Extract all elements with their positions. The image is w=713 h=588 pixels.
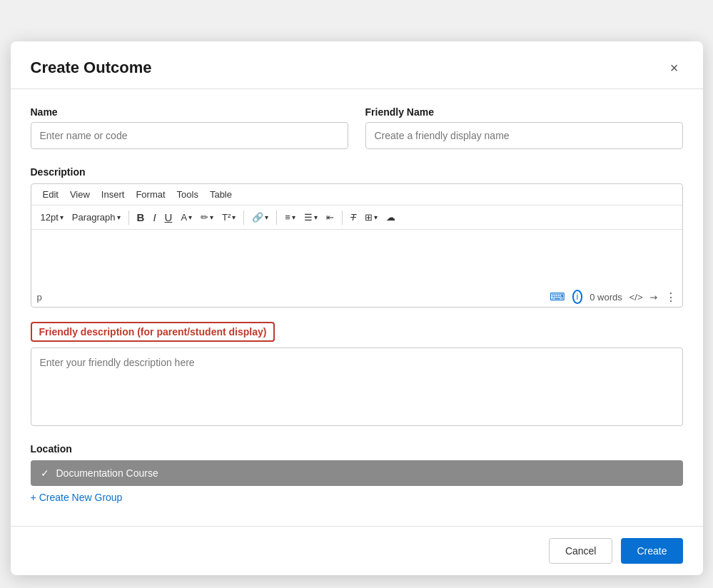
menu-tools[interactable]: Tools — [171, 187, 204, 202]
modal-title: Create Outcome — [31, 59, 152, 77]
align-icon: ≡ — [285, 212, 290, 223]
location-label: Location — [31, 443, 683, 455]
friendly-name-input[interactable] — [365, 122, 683, 149]
divider-2 — [243, 211, 244, 225]
create-new-group-button[interactable]: + Create New Group — [31, 492, 123, 503]
highlight-icon: ✏ — [201, 212, 208, 223]
create-outcome-modal: Create Outcome × Name Friendly Name Desc… — [11, 41, 703, 575]
cloud-icon: ☁ — [386, 212, 395, 223]
clear-format-icon: T — [350, 212, 356, 223]
divider-1 — [128, 211, 129, 225]
list-icon: ☰ — [304, 212, 313, 223]
outdent-btn[interactable]: ⇤ — [323, 210, 338, 225]
underline-btn[interactable]: U — [161, 209, 176, 225]
plus-icon: + — [31, 492, 36, 503]
friendly-description-input[interactable] — [31, 348, 683, 426]
text-color-icon: A — [181, 212, 187, 223]
friendly-description-section: Friendly description (for parent/student… — [31, 310, 683, 429]
statusbar-right: ⌨ i 0 words </> ↗ ⋮ — [550, 290, 677, 304]
list-btn[interactable]: ☰ ▾ — [300, 210, 321, 225]
location-selected-item[interactable]: ✓ Documentation Course — [31, 460, 683, 486]
name-input[interactable] — [31, 122, 348, 149]
keyboard-icon[interactable]: ⌨ — [550, 290, 565, 303]
more-options-icon[interactable]: ⋮ — [665, 290, 677, 304]
description-label: Description — [31, 166, 683, 178]
table-btn[interactable]: ⊞ ▾ — [361, 210, 381, 225]
word-count: 0 words — [590, 292, 622, 303]
description-editor[interactable] — [31, 230, 682, 287]
table-icon: ⊞ — [365, 212, 373, 223]
menu-view[interactable]: View — [64, 187, 96, 202]
bold-btn[interactable]: B — [133, 209, 148, 225]
clear-format-btn[interactable]: T — [347, 210, 360, 225]
highlight-btn[interactable]: ✏ ▾ — [197, 210, 217, 225]
font-size-label: 12pt — [41, 212, 59, 223]
name-label: Name — [31, 106, 348, 118]
description-section: Description Edit View Insert Format Tool… — [31, 166, 683, 308]
font-size-btn[interactable]: 12pt ▾ — [37, 210, 67, 225]
menu-edit[interactable]: Edit — [37, 187, 64, 202]
close-button[interactable]: × — [666, 59, 683, 76]
menu-format[interactable]: Format — [130, 187, 171, 202]
cloud-btn[interactable]: ☁ — [383, 210, 399, 225]
outdent-icon: ⇤ — [326, 212, 334, 223]
code-view-btn[interactable]: </> — [629, 292, 643, 303]
paragraph-label: Paragraph — [72, 212, 116, 223]
menu-table[interactable]: Table — [204, 187, 238, 202]
font-size-chevron: ▾ — [60, 213, 64, 221]
editor-menubar: Edit View Insert Format Tools Table — [31, 184, 682, 206]
italic-btn[interactable]: I — [149, 209, 159, 225]
paragraph-chevron: ▾ — [117, 213, 121, 221]
align-btn[interactable]: ≡ ▾ — [281, 210, 299, 225]
modal-header: Create Outcome × — [11, 41, 703, 89]
friendly-name-label: Friendly Name — [365, 106, 683, 118]
create-button[interactable]: Create — [621, 538, 682, 564]
editor-toolbar: 12pt ▾ Paragraph ▾ B I U A ▾ — [31, 206, 682, 230]
name-field-group: Name — [31, 106, 348, 149]
cancel-button[interactable]: Cancel — [549, 538, 613, 564]
text-color-btn[interactable]: A ▾ — [177, 210, 196, 225]
checkmark-icon: ✓ — [41, 467, 49, 479]
superscript-btn[interactable]: T² ▾ — [218, 210, 239, 225]
accessibility-icon[interactable]: i — [572, 290, 583, 304]
location-section: Location ✓ Documentation Course + Create… — [31, 443, 683, 503]
modal-footer: Cancel Create — [11, 526, 703, 575]
create-group-label: Create New Group — [39, 492, 123, 503]
editor-container: Edit View Insert Format Tools Table 12pt… — [31, 183, 683, 308]
superscript-icon: T² — [222, 212, 231, 223]
name-fields-row: Name Friendly Name — [31, 106, 683, 149]
friendly-name-field-group: Friendly Name — [365, 106, 683, 149]
link-btn[interactable]: 🔗 ▾ — [248, 210, 272, 225]
link-icon: 🔗 — [252, 212, 263, 223]
editor-tag: p — [37, 292, 42, 303]
friendly-description-label: Friendly description (for parent/student… — [31, 322, 275, 342]
editor-statusbar: p ⌨ i 0 words </> ↗ ⋮ — [31, 287, 682, 307]
location-item-name: Documentation Course — [56, 467, 158, 479]
modal-body: Name Friendly Name Description Edit View… — [11, 89, 703, 520]
paragraph-btn[interactable]: Paragraph ▾ — [69, 210, 124, 225]
expand-icon[interactable]: ↗ — [647, 290, 660, 303]
menu-insert[interactable]: Insert — [96, 187, 131, 202]
divider-3 — [276, 211, 277, 225]
divider-4 — [342, 211, 343, 225]
